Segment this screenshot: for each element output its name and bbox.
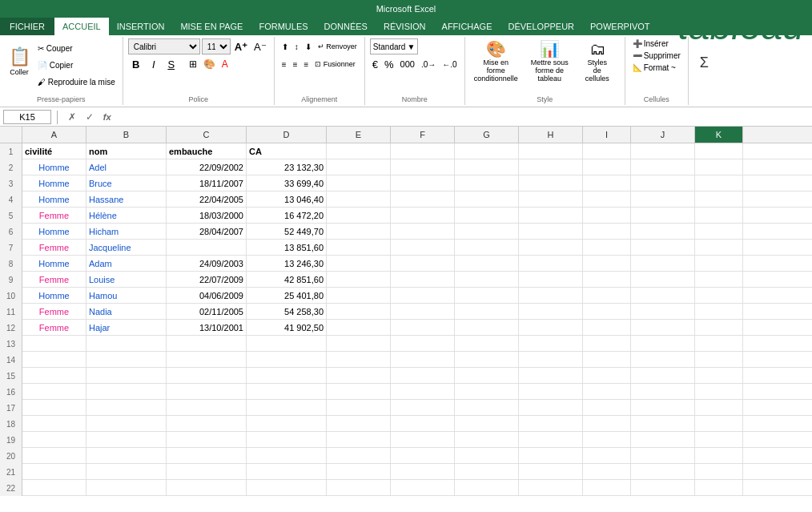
bold-button[interactable]: B [128,56,144,72]
cell-12h[interactable] [519,320,583,336]
cell-2c[interactable]: 22/09/2002 [167,159,247,175]
cell-22h[interactable] [519,480,583,496]
cell-14c[interactable] [167,352,247,368]
cell-7i[interactable] [583,240,631,256]
cell-9a[interactable]: Femme [22,272,86,288]
cell-ref-input[interactable] [3,110,51,124]
cell-4h[interactable] [519,191,583,208]
cell-18i[interactable] [583,416,631,432]
cell-16h[interactable] [519,384,583,400]
col-header-j[interactable]: J [631,127,695,143]
cell-14g[interactable] [455,352,519,368]
align-right-button[interactable]: ≡ [301,56,311,72]
cell-18c[interactable] [167,416,247,432]
cell-1i[interactable] [583,143,631,159]
cell-10f[interactable] [391,288,455,304]
cell-13j[interactable] [631,336,695,352]
cell-18j[interactable] [631,416,695,432]
cell-16j[interactable] [631,384,695,400]
cell-19i[interactable] [583,432,631,448]
cell-2h[interactable] [519,159,583,175]
header-ca[interactable]: CA [247,143,327,159]
col-header-e[interactable]: E [327,127,391,143]
cell-17e[interactable] [327,400,391,416]
cell-13c[interactable] [167,336,247,352]
cell-14j[interactable] [631,352,695,368]
cell-14d[interactable] [247,352,327,368]
cell-13g[interactable] [455,336,519,352]
cell-21e[interactable] [327,464,391,480]
cell-19k[interactable] [695,432,743,448]
cell-12f[interactable] [391,320,455,336]
cell-3a[interactable]: Homme [22,175,86,191]
cell-14e[interactable] [327,352,391,368]
cell-1e[interactable] [327,143,391,159]
cell-9i[interactable] [583,272,631,288]
cell-3i[interactable] [583,175,631,191]
cell-21g[interactable] [455,464,519,480]
cell-4d[interactable]: 13 046,40 [247,191,327,208]
cell-21k[interactable] [695,464,743,480]
tab-fichier[interactable]: FICHIER [0,18,54,35]
cell-16f[interactable] [391,384,455,400]
cell-14k[interactable] [695,352,743,368]
cell-1j[interactable] [631,143,695,159]
cell-1f[interactable] [391,143,455,159]
align-middle-button[interactable]: ↕ [292,38,301,54]
cell-21h[interactable] [519,464,583,480]
cell-6f[interactable] [391,224,455,240]
cell-20h[interactable] [519,448,583,464]
header-embauche[interactable]: embauche [167,143,247,159]
cell-8i[interactable] [583,256,631,272]
cell-16b[interactable] [86,384,167,400]
cell-2e[interactable] [327,159,391,175]
sigma-button[interactable]: Σ [695,40,714,85]
cell-13h[interactable] [519,336,583,352]
cell-19j[interactable] [631,432,695,448]
header-civilite[interactable]: civilité [22,143,86,159]
cell-18e[interactable] [327,416,391,432]
cell-11f[interactable] [391,304,455,320]
cell-11h[interactable] [519,304,583,320]
cell-19e[interactable] [327,432,391,448]
cell-6i[interactable] [583,224,631,240]
cell-22e[interactable] [327,480,391,496]
cell-6c[interactable]: 28/04/2007 [167,224,247,240]
format-button[interactable]: 📐 Format ~ [630,62,678,73]
cell-12j[interactable] [631,320,695,336]
cell-7g[interactable] [455,240,519,256]
cell-2g[interactable] [455,159,519,175]
cell-11a[interactable]: Femme [22,304,86,320]
cell-3c[interactable]: 18/11/2007 [167,175,247,191]
cell-18a[interactable] [22,416,86,432]
cell-16g[interactable] [455,384,519,400]
cell-16d[interactable] [247,384,327,400]
percent-button[interactable]: € [370,56,380,72]
cell-3g[interactable] [455,175,519,191]
cell-12a[interactable]: Femme [22,320,86,336]
cell-8j[interactable] [631,256,695,272]
cell-18f[interactable] [391,416,455,432]
cell-8b[interactable]: Adam [86,256,167,272]
cell-20f[interactable] [391,448,455,464]
cell-5k[interactable] [695,208,743,224]
cell-16a[interactable] [22,384,86,400]
cell-13d[interactable] [247,336,327,352]
cell-13b[interactable] [86,336,167,352]
cell-4c[interactable]: 22/04/2005 [167,191,247,208]
cell-6k[interactable] [695,224,743,240]
cell-10i[interactable] [583,288,631,304]
border-button[interactable]: ⊞ [187,56,199,72]
cell-9j[interactable] [631,272,695,288]
cell-8k[interactable] [695,256,743,272]
cell-8c[interactable]: 24/09/2003 [167,256,247,272]
cell-15k[interactable] [695,368,743,384]
cell-20k[interactable] [695,448,743,464]
cell-20i[interactable] [583,448,631,464]
cell-16k[interactable] [695,384,743,400]
currency-button[interactable]: % [382,56,396,72]
cell-4g[interactable] [455,191,519,208]
cell-11b[interactable]: Nadia [86,304,167,320]
tab-affichage[interactable]: AFFICHAGE [434,18,500,35]
grid-scroll[interactable]: 1 civilité nom embauche CA 2 Homme Adel … [0,143,812,512]
